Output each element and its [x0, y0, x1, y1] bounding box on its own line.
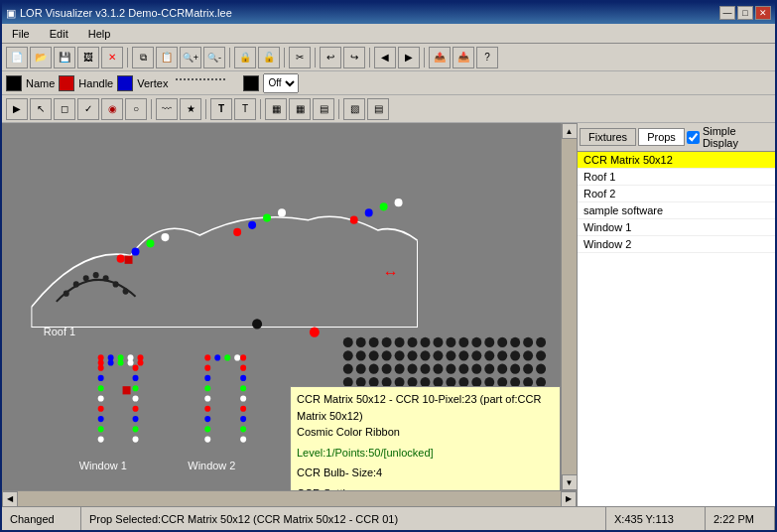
delete-button[interactable]: ✕ [101, 47, 123, 68]
prop-item-0[interactable]: CCR Matrix 50x12 [578, 152, 775, 169]
new-button[interactable]: 📄 [6, 47, 28, 68]
svg-point-100 [471, 350, 481, 360]
check-button[interactable]: ✓ [77, 98, 99, 120]
prop-item-3[interactable]: sample software [578, 202, 775, 219]
svg-point-8 [380, 202, 388, 210]
maximize-button[interactable]: □ [737, 6, 753, 20]
color-vertex[interactable] [117, 75, 133, 91]
menu-help[interactable]: Help [82, 26, 117, 42]
vscroll-down-button[interactable]: ▼ [562, 474, 578, 490]
svg-point-51 [204, 426, 210, 432]
svg-point-50 [204, 416, 210, 422]
color-handle[interactable] [59, 75, 74, 91]
circle-button[interactable]: ○ [125, 98, 147, 120]
svg-point-83 [458, 337, 468, 347]
svg-point-84 [471, 337, 481, 347]
color-off[interactable] [243, 75, 259, 91]
left-pillar [98, 365, 139, 443]
off-select[interactable]: Off On [263, 73, 299, 93]
svg-point-28 [98, 416, 104, 422]
svg-point-48 [204, 395, 210, 401]
color-black[interactable] [6, 75, 22, 91]
prop-item-1[interactable]: Roof 1 [578, 169, 775, 186]
move-right-button[interactable]: ▶ [398, 47, 420, 68]
undo-button[interactable]: ↩ [320, 47, 341, 68]
vertical-scrollbar[interactable]: ▲ ▼ [561, 123, 577, 490]
svg-point-92 [369, 350, 379, 360]
cut-button[interactable]: ✂ [289, 47, 311, 68]
zoom-in-button[interactable]: 🔍+ [180, 47, 201, 68]
grid5-button[interactable]: ▤ [367, 98, 389, 120]
vscroll-track[interactable] [562, 139, 578, 474]
minimize-button[interactable]: — [719, 6, 735, 20]
hscroll-track[interactable] [18, 491, 561, 507]
menu-file[interactable]: File [6, 26, 36, 42]
content-area: File Edit Help 📄 📂 💾 🖼 ✕ ⧉ 📋 🔍+ 🔍- 🔒 🔓 ✂… [2, 24, 775, 530]
simple-display-checkbox[interactable] [687, 131, 700, 144]
grid1-button[interactable]: ▦ [265, 98, 287, 120]
svg-point-78 [395, 337, 405, 347]
text2-button[interactable]: T [234, 98, 256, 120]
menu-edit[interactable]: Edit [44, 26, 74, 42]
svg-point-113 [433, 364, 443, 374]
move-left-button[interactable]: ◀ [374, 47, 396, 68]
svg-point-56 [240, 395, 246, 401]
import-button[interactable]: 📥 [453, 47, 474, 68]
line-style-preview[interactable] [176, 78, 225, 92]
copy-button[interactable]: ⧉ [132, 47, 154, 68]
statusbar: Changed Prop Selected:CCR Matrix 50x12 (… [2, 506, 775, 530]
prop-item-4[interactable]: Window 1 [578, 219, 775, 236]
props-tab[interactable]: Props [638, 128, 685, 146]
grid3-button[interactable]: ▤ [313, 98, 334, 120]
hscroll-right-button[interactable]: ▶ [561, 491, 577, 507]
svg-point-62 [108, 354, 114, 360]
svg-point-108 [369, 364, 379, 374]
canvas-area[interactable]: ↔ [2, 123, 561, 490]
close-button[interactable]: ✕ [755, 6, 771, 20]
svg-point-30 [98, 437, 104, 443]
vscroll-up-button[interactable]: ▲ [562, 123, 578, 139]
separator6 [424, 48, 425, 67]
zoom-out-button[interactable]: 🔍- [203, 47, 225, 68]
fixtures-tab[interactable]: Fixtures [580, 128, 636, 146]
hscroll-left-button[interactable]: ◀ [2, 491, 18, 507]
select-button[interactable]: ◻ [54, 98, 75, 120]
main-window: ▣ LOR Visualizer v3.1.2 Demo-CCRMatrix.l… [0, 0, 777, 532]
horizontal-scrollbar[interactable]: ◀ ▶ [2, 490, 577, 506]
svg-point-82 [446, 337, 455, 347]
export-button[interactable]: 📤 [429, 47, 451, 68]
color-wheel-button[interactable]: ◉ [101, 98, 123, 120]
prop-item-5[interactable]: Window 2 [578, 236, 775, 253]
text1-button[interactable]: T [210, 98, 232, 120]
svg-point-65 [138, 354, 144, 360]
svg-point-76 [369, 337, 379, 347]
lock-button[interactable]: 🔒 [234, 47, 256, 68]
svg-point-12 [64, 291, 69, 297]
redo-button[interactable]: ↪ [343, 47, 365, 68]
svg-point-114 [446, 364, 455, 374]
cursor-button[interactable]: ↖ [30, 98, 52, 120]
svg-point-7 [263, 213, 271, 221]
separator10 [338, 99, 339, 119]
simple-display-toggle[interactable]: Simple Display [687, 125, 773, 149]
window2-top [204, 354, 246, 360]
open-button[interactable]: 📂 [30, 47, 52, 68]
unlock-button[interactable]: 🔓 [258, 47, 280, 68]
svg-point-112 [421, 364, 431, 374]
toolbar3: ▶ ↖ ◻ ✓ ◉ ○ 〰 ★ T T ▦ ▦ ▤ ▧ ▤ [2, 95, 775, 123]
paste-button[interactable]: 📋 [156, 47, 178, 68]
props-list: CCR Matrix 50x12 Roof 1 Roof 2 sample so… [578, 152, 775, 506]
grid2-button[interactable]: ▦ [289, 98, 311, 120]
svg-point-59 [240, 426, 246, 432]
star-button[interactable]: ★ [180, 98, 201, 120]
svg-point-67 [214, 354, 220, 360]
play-button[interactable]: ▶ [6, 98, 28, 120]
help-button[interactable]: ? [476, 47, 498, 68]
wave-button[interactable]: 〰 [156, 98, 178, 120]
grid4-button[interactable]: ▧ [343, 98, 365, 120]
save-button[interactable]: 💾 [54, 47, 75, 68]
svg-point-116 [471, 364, 481, 374]
svg-point-1 [233, 228, 241, 236]
prop-item-2[interactable]: Roof 2 [578, 186, 775, 202]
preview-button[interactable]: 🖼 [77, 47, 99, 68]
